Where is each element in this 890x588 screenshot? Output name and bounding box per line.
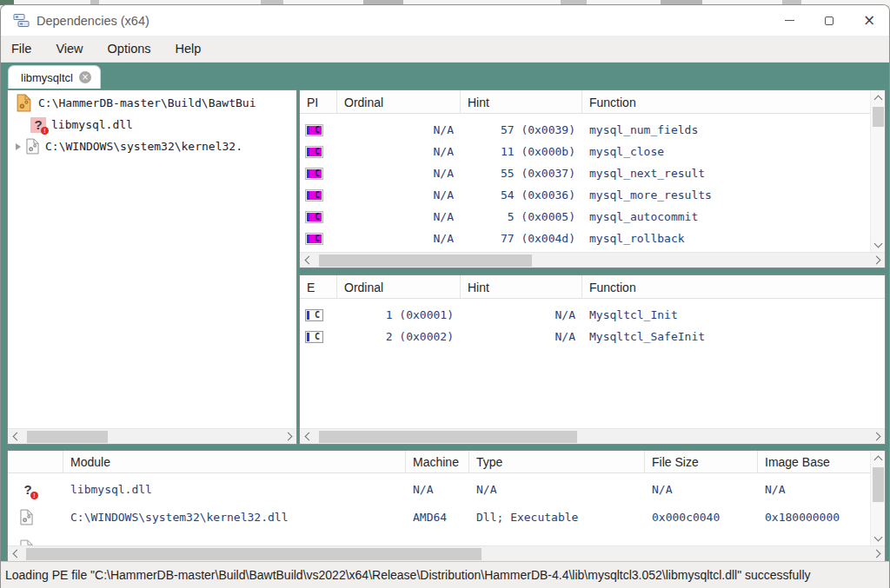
scroll-left-button[interactable] [300,429,315,444]
tree-item-label: C:\WINDOWS\system32\kernel32. [45,140,242,153]
import-hint: 57 (0x0039) [461,119,575,141]
scrollbar-thumb[interactable] [873,107,884,127]
title-bar[interactable]: Dependencies (x64) × [1,5,889,36]
tab-libmysqltcl[interactable]: libmysqltcl × [8,65,101,89]
close-icon: × [863,13,875,28]
import-ordinal: N/A [337,162,454,184]
import-ordinal: N/A [337,228,454,249]
module-row-kernel32[interactable]: C:\WINDOWS\system32\kernel32.dll AMD64 D… [8,504,870,531]
scroll-up-button[interactable] [871,451,886,466]
imports-vertical-scrollbar[interactable] [870,90,885,252]
import-function: mysql_num_fields [589,119,870,141]
import-hint: 54 (0x0036) [461,184,575,206]
scrollbar-thumb[interactable] [319,431,577,443]
modules-horizontal-scrollbar[interactable] [8,545,885,561]
import-row[interactable]: C N/A 57 (0x0039) mysql_num_fields [300,119,870,141]
import-row[interactable]: C N/A 77 (0x004d) mysql_rollback [300,228,870,249]
column-header-ordinal[interactable]: Ordinal [337,275,461,299]
column-header-function[interactable]: Function [582,90,870,114]
scroll-right-button[interactable] [282,429,296,444]
import-ordinal: N/A [337,119,454,141]
modules-vertical-scrollbar[interactable] [870,451,885,545]
column-header-type[interactable]: Type [469,451,645,473]
import-row[interactable]: C N/A 11 (0x000b) mysql_close [300,141,870,162]
scroll-right-button[interactable] [870,429,885,444]
menu-file[interactable]: File [1,36,43,62]
tree-item-label: libmysql.dll [51,118,133,131]
menu-options[interactable]: Options [96,36,163,62]
import-function: mysql_next_result [589,162,870,184]
c-import-icon: C [305,233,323,245]
close-button[interactable]: × [849,5,889,36]
module-type: Dll; Executable [476,504,641,531]
import-function: mysql_more_results [589,184,870,206]
tree-item-kernel32[interactable]: C:\WINDOWS\system32\kernel32. [8,135,296,157]
menu-bar: File View Options Help [1,36,889,63]
scrollbar-thumb[interactable] [27,431,108,443]
import-row[interactable]: C N/A 5 (0x0005) mysql_autocommit [300,206,870,228]
exports-horizontal-scrollbar[interactable] [300,428,885,444]
status-message: Loading PE file "C:\HammerDB-master\Buil… [1,568,811,582]
menu-view[interactable]: View [43,36,95,62]
scroll-right-button[interactable] [870,546,885,561]
column-header-e[interactable]: E [300,275,337,299]
c-export-icon: C [305,331,323,343]
import-hint: 11 (0x000b) [461,141,575,162]
imports-panel: PI Ordinal Hint Function C N/A 57 (0x003… [299,89,886,268]
export-ordinal: 2 (0x0002) [337,326,454,347]
module-row-libmysql[interactable]: ?! libmysql.dll N/A N/A N/A N/A [8,476,870,503]
import-row[interactable]: C N/A 55 (0x0037) mysql_next_result [300,162,870,184]
maximize-button[interactable] [809,5,849,36]
tree-item-libmysql[interactable]: ?! libmysql.dll [8,114,296,135]
export-row[interactable]: C 2 (0x0002) N/A Mysqltcl_SafeInit [300,326,885,347]
minimize-button[interactable] [769,5,809,36]
tree-horizontal-scrollbar[interactable] [8,428,296,444]
import-ordinal: N/A [337,141,454,162]
exports-panel: E Ordinal Hint Function C 1 (0x0001) N/A… [299,274,886,445]
column-header-module[interactable]: Module [63,451,406,473]
c-import-icon: C [305,211,323,223]
import-function: mysql_rollback [589,228,870,249]
module-type: N/A [476,476,641,503]
scrollbar-thumb[interactable] [319,254,532,267]
missing-module-icon: ?! [20,482,36,498]
scroll-down-button[interactable] [871,237,886,252]
import-row[interactable]: C N/A 54 (0x0036) mysql_more_results [300,184,870,206]
c-import-icon: C [305,189,323,202]
menu-help[interactable]: Help [163,36,214,62]
column-header-icon[interactable] [8,451,63,473]
column-header-ordinal[interactable]: Ordinal [337,90,461,114]
missing-module-icon: ?! [30,117,46,133]
column-header-machine[interactable]: Machine [406,451,469,473]
scroll-down-button[interactable] [871,531,886,545]
expand-chevron-icon[interactable] [16,143,21,150]
column-header-hint[interactable]: Hint [461,90,582,114]
module-imagebase: N/A [765,476,870,503]
module-system-icon [20,504,55,531]
scroll-up-button[interactable] [871,90,886,105]
export-function: Mysqltcl_SafeInit [589,326,885,347]
column-header-imagebase[interactable]: Image Base [758,451,870,473]
scroll-left-button[interactable] [8,546,23,561]
scrollbar-thumb[interactable] [873,467,884,502]
imports-horizontal-scrollbar[interactable] [300,252,885,268]
module-row-partial[interactable] [8,532,870,546]
column-header-filesize[interactable]: File Size [645,451,758,473]
tab-close-icon[interactable]: × [79,71,91,83]
export-row[interactable]: C 1 (0x0001) N/A Mysqltcl_Init [300,304,885,326]
scroll-right-button[interactable] [870,253,885,268]
column-header-function[interactable]: Function [582,275,885,299]
scroll-left-button[interactable] [300,253,315,268]
import-hint: 5 (0x0005) [461,206,575,228]
column-header-hint[interactable]: Hint [461,275,582,299]
module-root-icon [17,94,31,112]
scrollbar-thumb[interactable] [26,548,482,560]
dependencies-window: Dependencies (x64) × File View Options H… [0,4,890,588]
module-filesize: 0x000c0040 [652,504,754,531]
column-header-pi[interactable]: PI [300,90,337,114]
c-import-icon: C [305,146,323,158]
workspace: libmysqltcl × C:\HammerDB-master\Build\B… [1,63,889,562]
tree-item-root-module[interactable]: C:\HammerDB-master\Build\BawtBui [8,92,296,114]
tab-label: libmysqltcl [21,71,73,84]
scroll-left-button[interactable] [8,429,23,444]
